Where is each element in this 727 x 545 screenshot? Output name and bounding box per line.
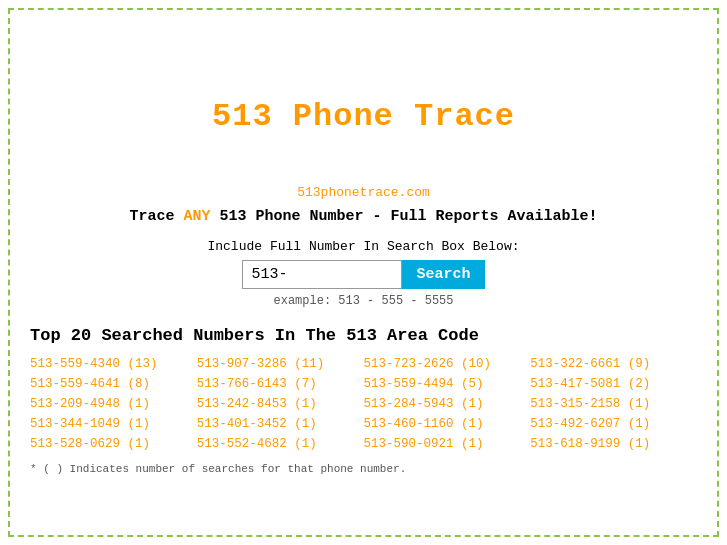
list-item[interactable]: 513-618-9199 (1) (530, 435, 697, 453)
list-item[interactable]: 513-528-0629 (1) (30, 435, 197, 453)
search-section: Include Full Number In Search Box Below:… (30, 239, 697, 308)
list-item[interactable]: 513-284-5943 (1) (364, 395, 531, 413)
list-item[interactable]: 513-559-4641 (8) (30, 375, 197, 393)
list-item[interactable]: 513-322-6661 (9) (530, 355, 697, 373)
list-item[interactable]: 513-766-6143 (7) (197, 375, 364, 393)
search-example: example: 513 - 555 - 5555 (30, 294, 697, 308)
list-item[interactable]: 513-559-4494 (5) (364, 375, 531, 393)
numbers-grid: 513-559-4340 (13)513-907-3286 (11)513-72… (30, 355, 697, 453)
search-row: Search (30, 260, 697, 289)
list-item[interactable]: 513-242-8453 (1) (197, 395, 364, 413)
search-input[interactable] (242, 260, 402, 289)
footnote: * ( ) Indicates number of searches for t… (30, 463, 697, 475)
page-container: 513 Phone Trace 513phonetrace.com Trace … (8, 8, 719, 537)
list-item[interactable]: 513-559-4340 (13) (30, 355, 197, 373)
tagline-suffix: 513 Phone Number - Full Reports Availabl… (210, 208, 597, 225)
search-button[interactable]: Search (402, 260, 484, 289)
list-item[interactable]: 513-492-6207 (1) (530, 415, 697, 433)
tagline: Trace ANY 513 Phone Number - Full Report… (30, 208, 697, 225)
list-item[interactable]: 513-590-0921 (1) (364, 435, 531, 453)
list-item[interactable]: 513-344-1049 (1) (30, 415, 197, 433)
list-item[interactable]: 513-460-1160 (1) (364, 415, 531, 433)
site-url: 513phonetrace.com (30, 185, 697, 200)
list-item[interactable]: 513-723-2626 (10) (364, 355, 531, 373)
list-item[interactable]: 513-417-5081 (2) (530, 375, 697, 393)
page-title: 513 Phone Trace (30, 98, 697, 135)
list-item[interactable]: 513-209-4948 (1) (30, 395, 197, 413)
list-item[interactable]: 513-401-3452 (1) (197, 415, 364, 433)
list-item[interactable]: 513-315-2158 (1) (530, 395, 697, 413)
list-item[interactable]: 513-907-3286 (11) (197, 355, 364, 373)
tagline-prefix: Trace (129, 208, 183, 225)
list-item[interactable]: 513-552-4682 (1) (197, 435, 364, 453)
search-label: Include Full Number In Search Box Below: (30, 239, 697, 254)
tagline-any: ANY (183, 208, 210, 225)
top20-title: Top 20 Searched Numbers In The 513 Area … (30, 326, 697, 345)
